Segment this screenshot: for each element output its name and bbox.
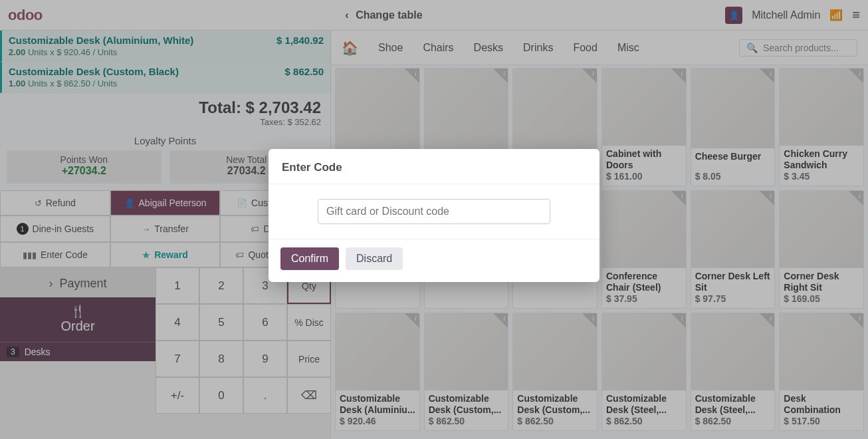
confirm-button[interactable]: Confirm	[280, 247, 339, 270]
code-input[interactable]	[318, 199, 550, 224]
enter-code-modal: Enter Code Confirm Discard	[269, 149, 599, 282]
discard-button[interactable]: Discard	[346, 247, 403, 270]
modal-title: Enter Code	[269, 149, 599, 184]
